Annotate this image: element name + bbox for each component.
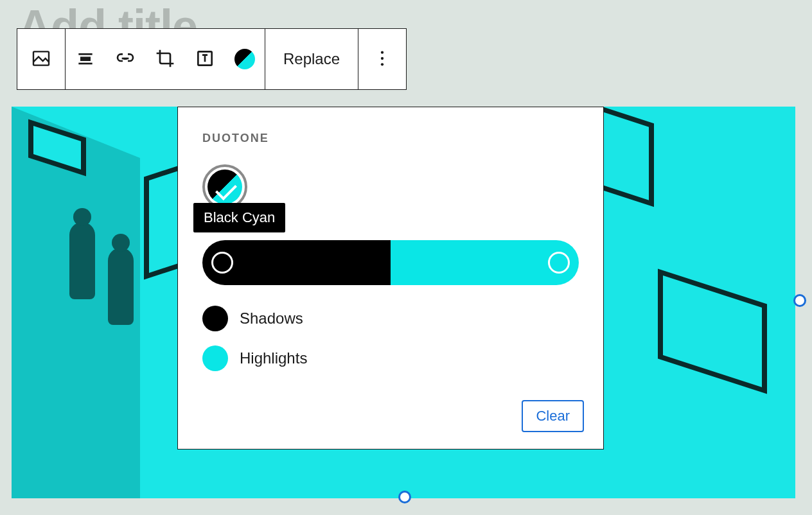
block-toolbar: Replace	[17, 28, 407, 90]
image-icon	[31, 48, 51, 71]
link-icon	[115, 48, 136, 71]
text-overlay-icon	[195, 48, 215, 71]
block-type-image-button[interactable]	[17, 29, 65, 89]
shadows-row[interactable]: Shadows	[202, 306, 579, 331]
highlights-color-swatch[interactable]	[202, 345, 228, 371]
svg-rect-1	[78, 53, 92, 55]
shadows-color-swatch[interactable]	[202, 306, 228, 331]
duotone-panel-title: Duotone	[202, 132, 579, 145]
illustration-person	[69, 222, 95, 299]
duotone-icon	[234, 49, 255, 69]
duotone-button[interactable]	[225, 29, 265, 89]
svg-rect-3	[78, 62, 92, 64]
svg-point-5	[381, 51, 384, 53]
highlights-row[interactable]: Highlights	[202, 345, 579, 371]
crop-button[interactable]	[145, 29, 185, 89]
illustration-frame	[658, 268, 767, 394]
more-options-button[interactable]	[358, 29, 406, 89]
highlights-label: Highlights	[240, 349, 307, 367]
text-overlay-button[interactable]	[185, 29, 225, 89]
svg-point-6	[381, 57, 384, 59]
duotone-gradient-bar[interactable]	[202, 240, 579, 285]
link-button[interactable]	[105, 29, 145, 89]
svg-point-7	[381, 63, 384, 65]
resize-handle-bottom[interactable]	[398, 491, 411, 503]
illustration-person	[108, 248, 134, 325]
shadows-label: Shadows	[240, 310, 303, 327]
preset-tooltip: Black Cyan	[193, 203, 285, 232]
align-icon	[75, 48, 96, 71]
svg-rect-2	[80, 57, 91, 61]
align-button[interactable]	[66, 29, 105, 89]
clear-button[interactable]: Clear	[522, 400, 584, 432]
more-vertical-icon	[372, 48, 393, 71]
duotone-popover: Duotone Black Cyan Shadows Highlights Cl…	[177, 107, 604, 450]
crop-icon	[155, 48, 175, 71]
highlight-gradient-handle[interactable]	[548, 252, 570, 274]
shadow-gradient-handle[interactable]	[211, 252, 233, 274]
duotone-swatch-icon	[207, 170, 242, 204]
resize-handle-right[interactable]	[793, 294, 806, 307]
replace-button[interactable]: Replace	[265, 29, 358, 89]
